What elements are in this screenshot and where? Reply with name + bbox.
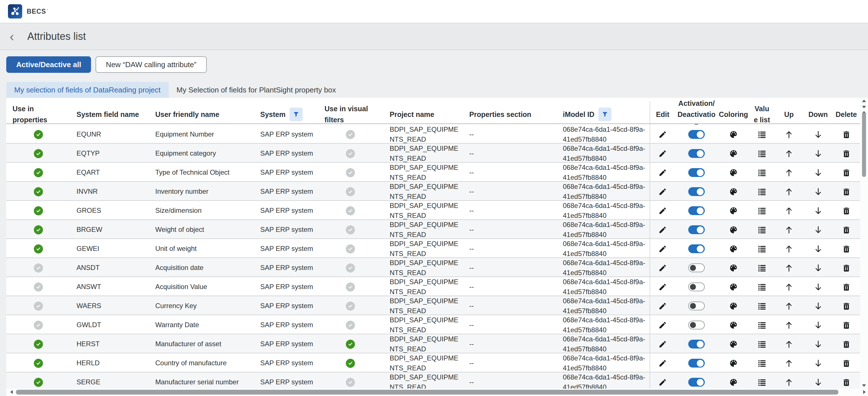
coloring-palette-button[interactable] <box>727 262 740 274</box>
activation-toggle[interactable] <box>688 225 705 234</box>
edit-button[interactable] <box>657 243 669 255</box>
value-list-button[interactable] <box>756 129 768 141</box>
delete-button[interactable] <box>840 224 852 236</box>
coloring-palette-button[interactable] <box>727 338 740 351</box>
edit-button[interactable] <box>657 319 669 331</box>
activation-toggle[interactable] <box>688 378 705 387</box>
move-up-button[interactable] <box>783 243 795 255</box>
value-list-button[interactable] <box>756 300 768 312</box>
move-down-button[interactable] <box>812 300 824 312</box>
edit-button[interactable] <box>657 205 669 217</box>
delete-button[interactable] <box>840 186 852 198</box>
coloring-palette-button[interactable] <box>727 300 740 312</box>
tab-datareading-project[interactable]: My selection of fields of DataReading pr… <box>6 82 169 98</box>
move-down-button[interactable] <box>812 148 824 160</box>
edit-button[interactable] <box>657 167 669 179</box>
value-list-button[interactable] <box>756 167 768 179</box>
value-list-button[interactable] <box>756 205 768 217</box>
activation-toggle[interactable] <box>688 168 705 177</box>
move-up-button[interactable] <box>783 205 795 217</box>
coloring-palette-button[interactable] <box>727 147 740 160</box>
move-up-button[interactable] <box>783 224 795 236</box>
vertical-scrollbar-thumb[interactable] <box>862 113 866 177</box>
system-filter-button[interactable] <box>289 108 303 121</box>
delete-button[interactable] <box>840 205 852 217</box>
edit-button[interactable] <box>657 262 669 274</box>
move-up-button[interactable] <box>783 186 795 198</box>
delete-button[interactable] <box>840 376 852 388</box>
delete-button[interactable] <box>840 319 852 331</box>
move-up-button[interactable] <box>783 338 795 350</box>
new-daw-attribute-button[interactable]: New “DAW calling attribute” <box>96 56 207 73</box>
value-list-button[interactable] <box>756 281 768 293</box>
edit-button[interactable] <box>657 281 669 293</box>
move-up-button[interactable] <box>783 148 795 160</box>
activation-toggle[interactable] <box>688 187 705 196</box>
value-list-button[interactable] <box>756 224 768 236</box>
edit-button[interactable] <box>657 338 669 350</box>
back-button[interactable]: ‹ <box>10 30 22 43</box>
move-down-button[interactable] <box>812 357 824 369</box>
move-down-button[interactable] <box>812 224 824 236</box>
delete-button[interactable] <box>840 300 852 312</box>
activation-toggle[interactable] <box>688 359 705 368</box>
activation-toggle[interactable] <box>688 264 705 272</box>
coloring-palette-button[interactable] <box>727 357 740 369</box>
move-up-button[interactable] <box>783 281 795 293</box>
delete-button[interactable] <box>840 148 852 160</box>
coloring-palette-button[interactable] <box>727 223 740 236</box>
coloring-palette-button[interactable] <box>727 205 740 217</box>
value-list-button[interactable] <box>756 338 768 350</box>
header-scroll-up-arrow[interactable] <box>862 99 866 102</box>
delete-button[interactable] <box>840 129 852 141</box>
move-up-button[interactable] <box>783 357 795 369</box>
coloring-palette-button[interactable] <box>727 166 740 179</box>
edit-button[interactable] <box>657 376 669 388</box>
vertical-scrollbar[interactable] <box>860 98 868 389</box>
delete-button[interactable] <box>840 243 852 255</box>
move-down-button[interactable] <box>812 243 824 255</box>
activation-toggle[interactable] <box>688 244 705 253</box>
active-deactive-all-button[interactable]: Active/Deactive all <box>6 56 91 73</box>
tab-plantsight-property-box[interactable]: My Selection of fields for PlantSight pr… <box>169 82 344 98</box>
move-down-button[interactable] <box>812 186 824 198</box>
move-down-button[interactable] <box>812 319 824 331</box>
value-list-button[interactable] <box>756 357 768 369</box>
value-list-button[interactable] <box>756 243 768 255</box>
activation-toggle[interactable] <box>688 130 705 139</box>
delete-button[interactable] <box>840 357 852 369</box>
value-list-button[interactable] <box>756 186 768 198</box>
move-down-button[interactable] <box>812 205 824 217</box>
value-list-button[interactable] <box>756 148 768 160</box>
move-down-button[interactable] <box>812 281 824 293</box>
activation-toggle[interactable] <box>688 206 705 215</box>
edit-button[interactable] <box>657 186 669 198</box>
coloring-palette-button[interactable] <box>727 128 740 141</box>
edit-button[interactable] <box>657 148 669 160</box>
coloring-palette-button[interactable] <box>727 281 740 293</box>
activation-toggle[interactable] <box>688 149 705 158</box>
move-up-button[interactable] <box>783 376 795 388</box>
move-up-button[interactable] <box>783 167 795 179</box>
edit-button[interactable] <box>657 129 669 141</box>
delete-button[interactable] <box>840 262 852 274</box>
edit-button[interactable] <box>657 224 669 236</box>
scroll-left-arrow[interactable] <box>10 390 13 394</box>
value-list-button[interactable] <box>756 319 768 331</box>
scroll-right-arrow[interactable] <box>863 390 866 394</box>
edit-button[interactable] <box>657 300 669 312</box>
activation-toggle[interactable] <box>688 302 705 310</box>
move-up-button[interactable] <box>783 262 795 274</box>
move-up-button[interactable] <box>783 319 795 331</box>
move-down-button[interactable] <box>812 338 824 350</box>
activation-toggle[interactable] <box>688 340 705 348</box>
value-list-button[interactable] <box>756 376 768 388</box>
activation-toggle[interactable] <box>688 321 705 329</box>
horizontal-scrollbar[interactable] <box>6 389 868 396</box>
edit-button[interactable] <box>657 357 669 369</box>
value-list-button[interactable] <box>756 262 768 274</box>
horizontal-scrollbar-thumb[interactable] <box>16 390 838 395</box>
coloring-palette-button[interactable] <box>727 185 740 198</box>
move-down-button[interactable] <box>812 129 824 141</box>
delete-button[interactable] <box>840 281 852 293</box>
